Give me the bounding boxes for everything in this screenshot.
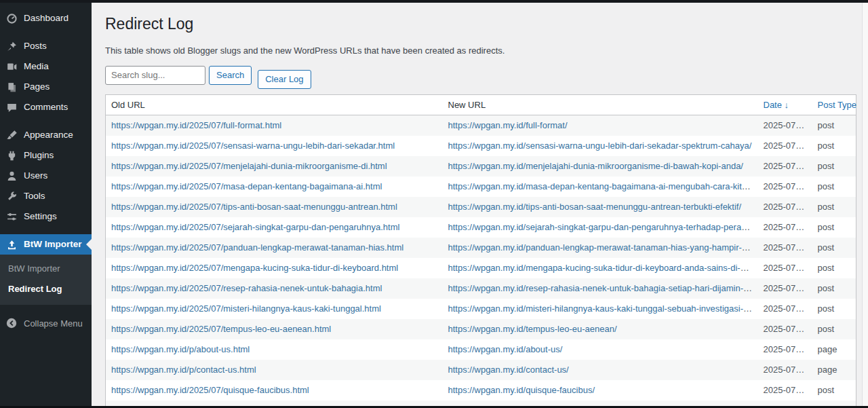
old-url-cell: https://wpgan.my.id/2025/07/sensasi-warn… <box>106 136 443 156</box>
date-cell: 2025-07-11 <box>758 299 812 319</box>
post-type-cell: post <box>812 217 856 238</box>
submenu-item-redirect-log[interactable]: Redirect Log <box>0 279 92 299</box>
old-url-link[interactable]: https://wpgan.my.id/p/about-us.html <box>111 344 250 354</box>
new-url-cell: https://wpgan.my.id/resep-rahasia-nenek-… <box>443 278 758 299</box>
table-row: https://wpgan.my.id/2025/07/quisque-fauc… <box>106 380 856 401</box>
search-button[interactable]: Search <box>209 66 252 85</box>
sidebar-item-media[interactable]: Media <box>0 56 92 77</box>
date-cell: 2025-07-09 <box>758 339 812 360</box>
new-url-link[interactable]: https://wpgan.my.id/quisque-faucibus/ <box>448 385 595 395</box>
sidebar-item-label: Dashboard <box>24 12 68 24</box>
old-url-cell: https://wpgan.my.id/2025/07/menjelajahi-… <box>106 156 443 177</box>
redirect-log-table: Old URL New URL Date ↓ Post Type https:/… <box>105 94 856 408</box>
date-cell: 2025-07-11 <box>758 278 812 299</box>
new-url-link[interactable]: https://wpgan.my.id/menjelajahi-dunia-mi… <box>448 161 743 171</box>
new-url-link[interactable]: https://wpgan.my.id/tips-anti-bosan-saat… <box>448 202 742 212</box>
new-url-cell: https://wpgan.my.id/mengapa-kucing-suka-… <box>443 258 758 278</box>
sidebar-item-settings[interactable]: Settings <box>0 206 92 227</box>
old-url-cell: https://wpgan.my.id/2025/07/misteri-hila… <box>106 299 443 319</box>
old-url-link[interactable]: https://wpgan.my.id/2025/07/menjelajahi-… <box>111 161 387 171</box>
search-controls: Search Clear Log <box>105 66 856 89</box>
old-url-link[interactable]: https://wpgan.my.id/2025/07/sejarah-sing… <box>111 222 399 232</box>
vertical-scrollbar[interactable] <box>862 3 868 406</box>
old-url-link[interactable]: https://wpgan.my.id/2025/07/resep-rahasi… <box>111 283 382 293</box>
dashboard-icon <box>5 12 18 24</box>
old-url-link[interactable]: https://wpgan.my.id/2025/07/quisque-fauc… <box>111 385 309 395</box>
collapse-menu-label: Collapse Menu <box>24 318 83 329</box>
sidebar-item-appearance[interactable]: Appearance <box>0 125 92 145</box>
sidebar-item-label: BtW Importer <box>24 238 82 251</box>
sidebar-item-dashboard[interactable]: Dashboard <box>0 8 92 29</box>
post-type-cell: post <box>812 197 856 217</box>
old-url-cell: https://wpgan.my.id/2025/07/masa-depan-k… <box>106 177 443 197</box>
old-url-link[interactable]: https://wpgan.my.id/p/contact-us.html <box>111 365 256 375</box>
new-url-cell: https://wpgan.my.id/sensasi-warna-ungu-l… <box>443 136 758 156</box>
new-url-link[interactable]: https://wpgan.my.id/mengapa-kucing-suka-… <box>448 263 758 273</box>
new-url-link[interactable]: https://wpgan.my.id/sensasi-warna-ungu-l… <box>448 141 752 151</box>
btw-importer-submenu: BtW Importer Redirect Log <box>0 255 92 305</box>
old-url-link[interactable]: https://wpgan.my.id/2025/07/sensasi-warn… <box>111 141 395 151</box>
post-type-cell: post <box>812 115 856 136</box>
settings-icon <box>5 210 18 223</box>
sidebar-item-pages[interactable]: Pages <box>0 77 92 97</box>
new-url-cell: https://wpgan.my.id/contact-us/ <box>443 360 758 380</box>
new-url-link[interactable]: https://wpgan.my.id/panduan-lengkap-mera… <box>448 242 758 253</box>
sort-by-post-type-link[interactable]: Post Type <box>818 100 857 110</box>
old-url-link[interactable]: https://wpgan.my.id/2025/07/misteri-hila… <box>111 303 381 314</box>
table-row: https://wpgan.my.id/2025/07/full-format.… <box>106 115 856 136</box>
old-url-cell: https://wpgan.my.id/p/about-us.html <box>106 339 443 360</box>
date-cell: 2025-07-11 <box>758 217 812 238</box>
sidebar-item-plugins[interactable]: Plugins <box>0 145 92 166</box>
column-header-new-url: New URL <box>443 94 758 115</box>
old-url-link[interactable]: https://wpgan.my.id/2025/07/panduan-leng… <box>111 242 403 253</box>
table-row: https://wpgan.my.id/p/about-us.htmlhttps… <box>106 339 856 360</box>
main-content: Redirect Log This table shows old Blogge… <box>92 0 868 408</box>
sort-by-date-link[interactable]: Date ↓ <box>764 100 789 110</box>
table-row: https://wpgan.my.id/2025/07/panduan-leng… <box>106 238 856 258</box>
search-input[interactable] <box>105 66 205 85</box>
old-url-link[interactable]: https://wpgan.my.id/2025/07/tempus-leo-e… <box>111 324 331 334</box>
clear-log-button[interactable]: Clear Log <box>258 70 311 89</box>
new-url-link[interactable]: https://wpgan.my.id/misteri-hilangnya-ka… <box>448 303 758 314</box>
sidebar-item-label: Pages <box>24 81 50 93</box>
old-url-link[interactable]: https://wpgan.my.id/2025/07/tips-anti-bo… <box>111 202 397 212</box>
sidebar-item-users[interactable]: Users <box>0 166 92 186</box>
old-url-link[interactable]: https://wpgan.my.id/2025/07/full-format.… <box>111 120 281 130</box>
post-type-cell: post <box>812 156 856 177</box>
sidebar-item-label: Appearance <box>24 129 73 141</box>
new-url-cell: https://wpgan.my.id/tempus-leo-eu-aenean… <box>443 319 758 339</box>
page-description: This table shows old Blogger slugs and t… <box>105 45 856 56</box>
new-url-cell: https://wpgan.my.id/menjelajahi-dunia-mi… <box>443 156 758 177</box>
submenu-item-btw-importer[interactable]: BtW Importer <box>0 259 92 279</box>
old-url-link[interactable]: https://wpgan.my.id/2025/07/mengapa-kuci… <box>111 263 398 273</box>
old-url-cell: https://wpgan.my.id/2025/07/mengapa-kuci… <box>106 258 443 278</box>
sidebar-item-label: Plugins <box>24 149 54 162</box>
post-type-cell: page <box>812 339 856 360</box>
new-url-link[interactable]: https://wpgan.my.id/tempus-leo-eu-aenean… <box>448 324 617 334</box>
new-url-link[interactable]: https://wpgan.my.id/masa-depan-kentang-b… <box>448 181 758 191</box>
sidebar-item-tools[interactable]: Tools <box>0 186 92 206</box>
pushpin-icon <box>5 40 18 52</box>
sidebar-item-posts[interactable]: Posts <box>0 36 92 56</box>
table-row: https://wpgan.my.id/2025/07/resep-rahasi… <box>106 278 856 299</box>
table-header-row: Old URL New URL Date ↓ Post Type <box>106 94 856 115</box>
menu-separator <box>0 227 92 234</box>
date-cell: 2025-07-09 <box>758 360 812 380</box>
sidebar-item-label: Users <box>24 170 47 182</box>
sidebar-item-btw-importer[interactable]: BtW Importer <box>0 234 92 255</box>
new-url-link[interactable]: https://wpgan.my.id/about-us/ <box>448 344 563 354</box>
new-url-link[interactable]: https://wpgan.my.id/sejarah-singkat-garp… <box>448 222 758 232</box>
old-url-link[interactable]: https://wpgan.my.id/2025/07/masa-depan-k… <box>111 181 382 191</box>
collapse-menu-button[interactable]: Collapse Menu <box>0 313 92 333</box>
redirect-table-body: https://wpgan.my.id/2025/07/full-format.… <box>106 115 856 408</box>
sidebar-item-comments[interactable]: Comments <box>0 97 92 117</box>
new-url-cell: https://wpgan.my.id/misteri-hilangnya-ka… <box>443 299 758 319</box>
new-url-link[interactable]: https://wpgan.my.id/contact-us/ <box>448 365 569 375</box>
new-url-link[interactable]: https://wpgan.my.id/resep-rahasia-nenek-… <box>448 283 758 293</box>
date-cell: 2025-07-09 <box>758 319 812 339</box>
wrench-icon <box>5 190 18 202</box>
post-type-cell: post <box>812 299 856 319</box>
new-url-cell: https://wpgan.my.id/full-format/ <box>443 115 758 136</box>
new-url-link[interactable]: https://wpgan.my.id/full-format/ <box>448 120 568 130</box>
table-row: https://wpgan.my.id/2025/07/mengapa-kuci… <box>106 258 856 278</box>
